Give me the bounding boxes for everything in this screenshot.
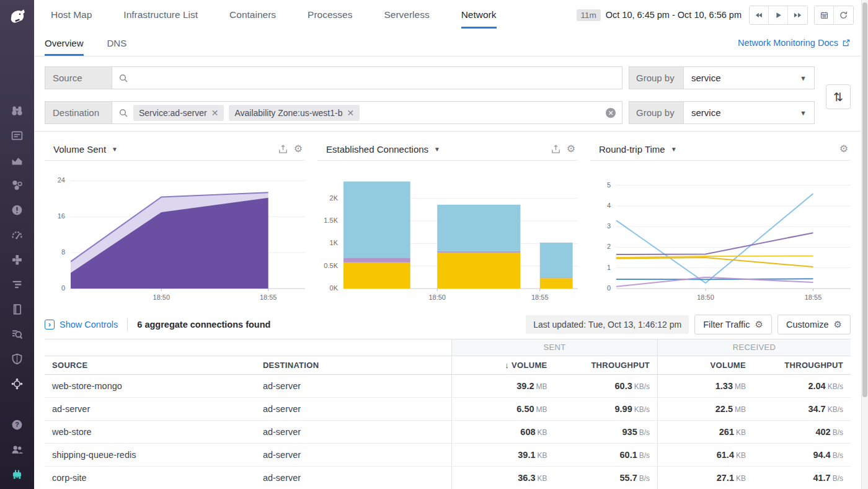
time-window-badge[interactable]: 11m: [577, 9, 601, 21]
chevron-down-icon[interactable]: ▼: [671, 146, 677, 153]
table-row[interactable]: web-storead-server608KB935B/s261KB402B/s: [45, 420, 851, 443]
cell-source[interactable]: corp-site: [45, 466, 255, 489]
sidebar-item-traces[interactable]: [0, 272, 34, 297]
vertical-scrollbar[interactable]: [861, 0, 868, 489]
time-range-label[interactable]: Oct 10, 6:45 pm - Oct 10, 6:56 pm: [606, 10, 742, 20]
y-axis-tick: 0: [607, 284, 611, 292]
source-group-by-select[interactable]: service ▼: [683, 66, 815, 89]
filter-traffic-button[interactable]: Filter Traffic ⚙: [694, 315, 772, 334]
y-axis-tick: 2: [607, 243, 611, 250]
chart-plot-area[interactable]: 18:5018:55: [343, 161, 578, 307]
sidebar-item-infrastructure[interactable]: [0, 173, 34, 197]
apm-icon: [11, 228, 24, 241]
source-search-input[interactable]: [112, 66, 622, 89]
clear-filters-icon[interactable]: ✕: [606, 108, 616, 118]
y-axis-tick: 2K: [330, 194, 338, 202]
calendar-icon[interactable]: [815, 6, 834, 24]
network-monitoring-docs-link[interactable]: Network Monitoring Docs: [738, 38, 851, 48]
cell-received-volume: 27.1KB: [658, 466, 753, 489]
chart-title[interactable]: Established Connections: [326, 144, 428, 155]
column-header-sent-throughput[interactable]: THROUGHPUT: [555, 356, 658, 374]
tab-dns[interactable]: DNS: [107, 30, 127, 56]
cell-destination[interactable]: ad-server: [255, 374, 452, 397]
refresh-icon[interactable]: [834, 6, 853, 24]
export-icon[interactable]: [551, 144, 561, 155]
customize-label: Customize: [786, 320, 829, 330]
nav-item-host-map[interactable]: Host Map: [51, 0, 92, 30]
destination-group-by-select[interactable]: service ▼: [683, 101, 815, 124]
gear-icon[interactable]: ⚙: [839, 144, 848, 154]
sidebar-item-notebooks[interactable]: [0, 297, 34, 321]
sidebar-item-metrics[interactable]: [0, 148, 34, 173]
customize-button[interactable]: Customize ⚙: [777, 315, 851, 334]
swap-source-destination-button[interactable]: ⇅: [826, 84, 851, 109]
cell-destination[interactable]: ad-server: [255, 443, 452, 466]
sidebar-item-avatar[interactable]: [0, 462, 34, 487]
chart-plot-area[interactable]: 18:5018:55: [71, 161, 305, 307]
cell-source[interactable]: web-store: [45, 420, 255, 443]
column-header-source[interactable]: SOURCE: [45, 356, 255, 374]
cell-sent-throughput: 60.1B/s: [555, 443, 658, 466]
datadog-logo[interactable]: [5, 4, 30, 29]
source-group-by-label: Group by: [629, 66, 683, 89]
nav-item-network[interactable]: Network: [461, 0, 497, 30]
column-header-received-volume[interactable]: VOLUME: [658, 356, 753, 374]
source-group-by-value: service: [691, 73, 721, 83]
column-header-sent-volume[interactable]: ↓VOLUME: [451, 356, 554, 374]
table-row[interactable]: corp-sitead-server36.3KB55.7B/s27.1KB41.…: [45, 466, 851, 489]
charts-row: Volume Sent ▼ ⚙ 24168018:5018:55 Establi…: [34, 131, 861, 310]
table-row[interactable]: shipping-queue-redisad-server39.1KB60.1B…: [45, 443, 851, 466]
filter-pill[interactable]: Service:ad-server✕: [133, 105, 224, 121]
gear-icon[interactable]: ⚙: [294, 144, 303, 154]
chevron-down-icon[interactable]: ▼: [112, 146, 118, 153]
chart-title[interactable]: Round-trip Time: [599, 144, 665, 155]
sidebar-item-monitors[interactable]: [0, 197, 34, 222]
connection-count: 6 aggregate connections found: [137, 320, 270, 330]
fast-forward-button[interactable]: [788, 6, 807, 24]
scrollbar-thumb[interactable]: [862, 2, 867, 397]
nav-item-containers[interactable]: Containers: [229, 0, 276, 30]
chevron-down-icon[interactable]: ▼: [434, 146, 440, 153]
column-header-destination[interactable]: DESTINATION: [255, 356, 452, 374]
cell-destination[interactable]: ad-server: [255, 420, 452, 443]
table-row[interactable]: web-store-mongoad-server39.2MB60.3KB/s1.…: [45, 374, 851, 397]
nav-item-infrastructure-list[interactable]: Infrastructure List: [123, 0, 198, 30]
network-icon: [11, 377, 24, 390]
nav-item-processes[interactable]: Processes: [308, 0, 352, 30]
export-icon[interactable]: [278, 144, 288, 155]
column-header-received-throughput[interactable]: THROUGHPUT: [753, 356, 851, 374]
cell-source[interactable]: ad-server: [45, 397, 255, 420]
remove-pill-icon[interactable]: ✕: [211, 108, 219, 118]
sidebar-item-watchdog[interactable]: [0, 98, 34, 123]
destination-search-input[interactable]: Service:ad-server✕Availability Zone:us-w…: [112, 101, 622, 124]
sidebar-item-help[interactable]: ?: [0, 412, 34, 437]
filter-pill[interactable]: Availability Zone:us-west1-b✕: [229, 105, 360, 121]
sidebar-item-network[interactable]: [0, 371, 34, 396]
tab-overview[interactable]: Overview: [45, 30, 84, 56]
rewind-button[interactable]: [750, 6, 769, 24]
cell-destination[interactable]: ad-server: [255, 466, 452, 489]
nav-item-serverless[interactable]: Serverless: [384, 0, 429, 30]
destination-label: Destination: [45, 101, 112, 124]
table-group-header-row: SENT RECEIVED: [45, 339, 851, 356]
source-label: Source: [45, 66, 112, 89]
play-button[interactable]: [769, 6, 788, 24]
chart-title[interactable]: Volume Sent: [53, 144, 106, 155]
y-axis-tick: 3: [607, 222, 611, 230]
cell-source[interactable]: shipping-queue-redis: [45, 443, 255, 466]
cell-received-volume: 261KB: [658, 420, 753, 443]
cell-source[interactable]: web-store-mongo: [45, 374, 255, 397]
sidebar-item-team[interactable]: [0, 437, 34, 462]
remove-pill-icon[interactable]: ✕: [347, 108, 354, 118]
sidebar-item-security[interactable]: [0, 346, 34, 371]
table-row[interactable]: ad-serverad-server6.50MB9.99KB/s22.5MB34…: [45, 397, 851, 420]
show-controls-button[interactable]: › Show Controls: [45, 320, 118, 330]
chart-plot-area[interactable]: 18:5018:55: [616, 161, 851, 307]
time-nav-group: [749, 6, 808, 25]
cell-destination[interactable]: ad-server: [255, 397, 452, 420]
sidebar-item-dashboards[interactable]: [0, 123, 34, 148]
sidebar-item-integrations[interactable]: [0, 247, 34, 272]
sidebar-item-logs[interactable]: [0, 321, 34, 346]
sidebar-item-apm[interactable]: [0, 222, 34, 247]
gear-icon[interactable]: ⚙: [567, 144, 575, 154]
